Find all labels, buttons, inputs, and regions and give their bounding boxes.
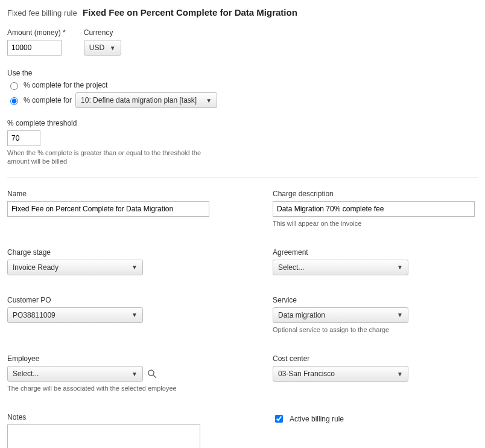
- amount-label-text: Amount (money): [7, 28, 61, 37]
- employee-value: Select...: [13, 370, 39, 378]
- radio-percent-for-label: % complete for: [24, 96, 72, 104]
- task-select-value: 10: Define data migration plan [task]: [81, 96, 197, 104]
- customer-po-value: PO38811009: [13, 311, 55, 319]
- svg-line-1: [153, 375, 156, 378]
- threshold-input[interactable]: [7, 130, 40, 146]
- chevron-down-icon: ▼: [132, 264, 138, 270]
- threshold-label: % complete threshold: [7, 119, 478, 127]
- chevron-down-icon: ▼: [110, 45, 116, 51]
- details-grid: Name Charge description This will appear…: [7, 190, 478, 448]
- charge-description-field: Charge description This will appear on t…: [273, 190, 478, 228]
- section-divider: [7, 177, 478, 178]
- amount-input[interactable]: [7, 40, 62, 56]
- agreement-label: Agreement: [273, 248, 478, 257]
- name-label: Name: [7, 190, 236, 198]
- svg-point-0: [148, 370, 154, 376]
- page-header: Fixed fee billing rule Fixed Fee on Perc…: [7, 7, 478, 18]
- employee-field: Employee Select... ▼ The charge will be …: [7, 354, 236, 392]
- charge-stage-value: Invoice Ready: [13, 263, 59, 272]
- amount-field: Amount (money) *: [7, 28, 66, 56]
- charge-description-input[interactable]: [273, 201, 475, 217]
- agreement-field: Agreement Select... ▼: [273, 248, 478, 275]
- use-the-label: Use the: [7, 69, 478, 77]
- radio-percent-for[interactable]: [10, 97, 18, 105]
- cost-center-value: 03-San Francisco: [278, 370, 335, 378]
- notes-textarea[interactable]: [7, 424, 200, 448]
- amount-label: Amount (money) *: [7, 28, 66, 37]
- header-title: Fixed Fee on Percent Complete for Data M…: [83, 7, 297, 18]
- customer-po-field: Customer PO PO38811009 ▼: [7, 296, 236, 334]
- employee-hint: The charge will be associated with the s…: [7, 384, 236, 392]
- chevron-down-icon: ▼: [132, 312, 138, 318]
- service-hint: Optional service to assign to the charge: [273, 325, 478, 334]
- chevron-down-icon: ▼: [397, 264, 403, 270]
- currency-select[interactable]: USD ▼: [84, 40, 121, 56]
- use-the-section: Use the % complete for the project % com…: [7, 69, 478, 108]
- service-value: Data migration: [278, 311, 325, 319]
- charge-stage-select[interactable]: Invoice Ready ▼: [7, 260, 143, 275]
- employee-label: Employee: [7, 354, 236, 363]
- service-select[interactable]: Data migration ▼: [273, 307, 408, 323]
- search-icon[interactable]: [147, 368, 157, 379]
- charge-description-label: Charge description: [273, 190, 478, 198]
- currency-label: Currency: [84, 28, 121, 37]
- agreement-value: Select...: [278, 263, 304, 272]
- threshold-field: % complete threshold When the % complete…: [7, 119, 478, 166]
- notes-field: Notes: [7, 413, 236, 448]
- required-mark-icon: *: [63, 28, 66, 37]
- cost-center-field: Cost center 03-San Francisco ▼: [273, 354, 478, 392]
- charge-description-hint: This will appear on the invoice: [273, 219, 478, 228]
- currency-value: USD: [89, 43, 104, 52]
- charge-stage-field: Charge stage Invoice Ready ▼: [7, 248, 236, 275]
- name-input[interactable]: [7, 201, 209, 217]
- active-checkbox[interactable]: [275, 415, 283, 423]
- cost-center-select[interactable]: 03-San Francisco ▼: [273, 366, 408, 382]
- chevron-down-icon: ▼: [132, 371, 138, 377]
- service-label: Service: [273, 296, 478, 304]
- active-field: Active billing rule: [273, 413, 478, 448]
- chevron-down-icon: ▼: [397, 312, 403, 318]
- agreement-select[interactable]: Select... ▼: [273, 260, 408, 275]
- threshold-hint: When the % complete is greater than or e…: [7, 149, 206, 166]
- charge-stage-label: Charge stage: [7, 248, 236, 257]
- name-field: Name: [7, 190, 236, 228]
- customer-po-label: Customer PO: [7, 296, 236, 304]
- notes-label: Notes: [7, 413, 236, 421]
- service-field: Service Data migration ▼ Optional servic…: [273, 296, 478, 334]
- task-select[interactable]: 10: Define data migration plan [task] ▼: [75, 92, 217, 108]
- chevron-down-icon: ▼: [397, 371, 403, 377]
- radio-percent-project[interactable]: [10, 82, 18, 90]
- employee-select[interactable]: Select... ▼: [7, 366, 143, 382]
- currency-field: Currency USD ▼: [84, 28, 121, 56]
- header-prefix: Fixed fee billing rule: [7, 8, 77, 18]
- active-label: Active billing rule: [290, 415, 344, 423]
- cost-center-label: Cost center: [273, 354, 478, 363]
- radio-percent-project-label: % complete for the project: [24, 81, 107, 89]
- customer-po-select[interactable]: PO38811009 ▼: [7, 307, 143, 323]
- chevron-down-icon: ▼: [206, 97, 212, 104]
